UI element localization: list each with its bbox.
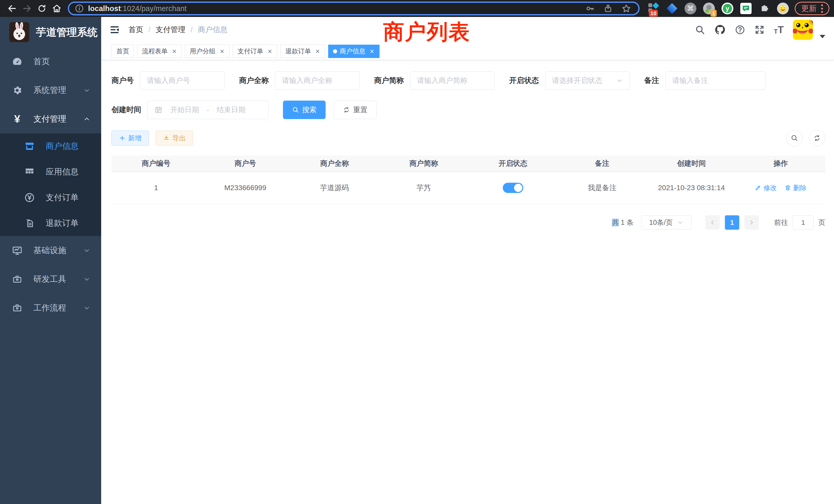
app-logo[interactable]: 芋道管理系统 bbox=[0, 17, 101, 47]
sidebar-collapse-button[interactable] bbox=[108, 23, 122, 37]
tab-close-icon[interactable] bbox=[267, 49, 272, 54]
browser-home-button[interactable] bbox=[49, 1, 64, 16]
breadcrumb-home[interactable]: 首页 bbox=[128, 25, 143, 35]
next-page-button[interactable] bbox=[744, 215, 759, 230]
tab-pay-order[interactable]: 支付订单 bbox=[233, 45, 277, 58]
refresh-icon bbox=[343, 106, 350, 113]
url-text: localhost:1024/pay/merchant bbox=[88, 4, 581, 13]
extension-y-icon[interactable]: y bbox=[721, 2, 733, 15]
sidebar-item-system[interactable]: 系统管理 bbox=[0, 76, 101, 105]
share-icon[interactable] bbox=[603, 4, 613, 13]
tab-close-icon[interactable] bbox=[370, 49, 375, 54]
column-header: 开启状态 bbox=[468, 159, 558, 168]
status-placeholder: 请选择开启状态 bbox=[552, 76, 602, 86]
breadcrumb: 首页 / 支付管理 / 商户信息 bbox=[128, 25, 227, 35]
extension-chat-icon[interactable] bbox=[740, 2, 752, 15]
sidebar-item-workflow[interactable]: 工作流程 bbox=[0, 294, 101, 322]
prev-page-button[interactable] bbox=[705, 215, 720, 230]
site-info-icon[interactable] bbox=[75, 4, 84, 13]
status-select[interactable]: 请选择开启状态 bbox=[545, 71, 630, 90]
sidebar-item-pay-order[interactable]: 支付订单 bbox=[0, 185, 101, 210]
sidebar-item-payment[interactable]: ¥ 支付管理 bbox=[0, 105, 101, 134]
tab-label: 用户分组 bbox=[190, 47, 215, 55]
edit-link[interactable]: 修改 bbox=[755, 183, 777, 192]
header-search-button[interactable] bbox=[695, 25, 705, 35]
refresh-icon bbox=[813, 134, 821, 142]
home-icon bbox=[52, 4, 62, 13]
calendar-icon bbox=[154, 106, 162, 114]
coin-yen-icon bbox=[23, 192, 36, 203]
reset-button-label: 重置 bbox=[353, 105, 368, 115]
hamburger-fold-icon bbox=[109, 24, 121, 36]
search-button[interactable]: 搜索 bbox=[283, 100, 326, 119]
tab-close-icon[interactable] bbox=[172, 49, 177, 54]
sidebar-menu: 首页 系统管理 ¥ 支付管理 商户信息 bbox=[0, 47, 101, 322]
tab-home[interactable]: 首页 bbox=[111, 45, 134, 58]
merchant-no-label: 商户号 bbox=[111, 75, 134, 86]
extension-diamond-icon[interactable] bbox=[666, 2, 678, 15]
user-avatar[interactable] bbox=[793, 20, 813, 40]
browser-update-button[interactable]: 更新 bbox=[795, 2, 829, 15]
breadcrumb-separator: / bbox=[191, 26, 193, 34]
tab-merchant-info[interactable]: 商户信息 bbox=[328, 45, 379, 58]
browser-profile-avatar[interactable] bbox=[777, 2, 789, 15]
font-size-button[interactable]: TT bbox=[774, 25, 784, 35]
tabs-bar: 首页 流程表单 用户分组 支付订单 退款订单 商户信息 bbox=[101, 43, 834, 60]
chevron-down-icon bbox=[83, 304, 90, 312]
full-name-input[interactable] bbox=[282, 76, 353, 85]
fullscreen-button[interactable] bbox=[754, 25, 765, 35]
toggle-search-button[interactable] bbox=[786, 130, 803, 146]
github-link-button[interactable] bbox=[714, 24, 726, 36]
app-title: 芋道管理系统 bbox=[36, 25, 97, 39]
page-size-select[interactable]: 10条/页 bbox=[641, 215, 692, 230]
create-time-range-picker[interactable]: 开始日期 - 结束日期 bbox=[147, 100, 269, 119]
tab-process-form[interactable]: 流程表单 bbox=[137, 45, 182, 58]
browser-reload-button[interactable] bbox=[35, 1, 49, 16]
browser-back-button[interactable] bbox=[5, 1, 20, 16]
password-key-icon[interactable] bbox=[586, 4, 595, 13]
sidebar-item-infrastructure[interactable]: 基础设施 bbox=[0, 236, 101, 265]
merchant-no-input[interactable] bbox=[147, 76, 218, 85]
breadcrumb-payment[interactable]: 支付管理 bbox=[156, 25, 185, 35]
page-number-1[interactable]: 1 bbox=[725, 215, 739, 230]
bookmark-star-icon[interactable] bbox=[621, 4, 631, 13]
refresh-table-button[interactable] bbox=[809, 130, 825, 146]
avatar-caret-down-icon[interactable] bbox=[820, 35, 825, 38]
extension-profile-icon[interactable]: 1 bbox=[703, 2, 715, 15]
status-toggle[interactable] bbox=[503, 183, 523, 193]
address-bar[interactable]: localhost:1024/pay/merchant bbox=[68, 2, 640, 16]
tab-refund-order[interactable]: 退款订单 bbox=[280, 45, 325, 58]
extensions-puzzle-button[interactable] bbox=[758, 2, 771, 15]
edit-pencil-icon bbox=[755, 184, 761, 191]
goto-page-input[interactable] bbox=[793, 215, 814, 230]
add-button[interactable]: 新增 bbox=[111, 131, 149, 145]
sidebar-item-dev-tools[interactable]: 研发工具 bbox=[0, 265, 101, 294]
sidebar-item-home[interactable]: 首页 bbox=[0, 47, 101, 76]
extension-command-icon[interactable]: ⌘ bbox=[684, 2, 697, 15]
browser-forward-button[interactable] bbox=[20, 1, 35, 16]
sidebar-item-merchant-info[interactable]: 商户信息 bbox=[0, 134, 101, 159]
short-name-input[interactable] bbox=[417, 76, 488, 85]
column-header: 备注 bbox=[558, 159, 647, 168]
chevron-down-icon bbox=[616, 77, 623, 84]
remark-input[interactable] bbox=[672, 76, 759, 85]
browser-menu-icon[interactable] bbox=[821, 4, 823, 13]
sidebar-item-app-info[interactable]: 应用信息 bbox=[0, 159, 101, 185]
sidebar-item-label: 支付订单 bbox=[46, 192, 79, 203]
logo-rabbit-avatar bbox=[9, 22, 29, 42]
delete-link[interactable]: 删除 bbox=[785, 183, 807, 192]
pikachu-avatar-image bbox=[793, 20, 813, 40]
tab-close-icon[interactable] bbox=[315, 49, 320, 54]
extension-grid-icon[interactable]: 10 bbox=[647, 2, 660, 15]
add-button-label: 新增 bbox=[128, 134, 141, 143]
command-glyph-icon: ⌘ bbox=[687, 4, 694, 13]
back-icon bbox=[7, 4, 17, 13]
tab-user-group[interactable]: 用户分组 bbox=[185, 45, 229, 58]
merchant-table: 商户编号 商户号 商户全称 商户简称 开启状态 备注 创建时间 操作 1 M23… bbox=[111, 156, 825, 204]
sidebar-item-refund-order[interactable]: 退款订单 bbox=[0, 210, 101, 236]
goto-page: 前往 页 bbox=[774, 215, 825, 230]
reset-button[interactable]: 重置 bbox=[334, 100, 376, 119]
tab-close-icon[interactable] bbox=[220, 49, 225, 54]
help-button[interactable] bbox=[735, 25, 745, 35]
export-button[interactable]: 导出 bbox=[156, 131, 193, 145]
